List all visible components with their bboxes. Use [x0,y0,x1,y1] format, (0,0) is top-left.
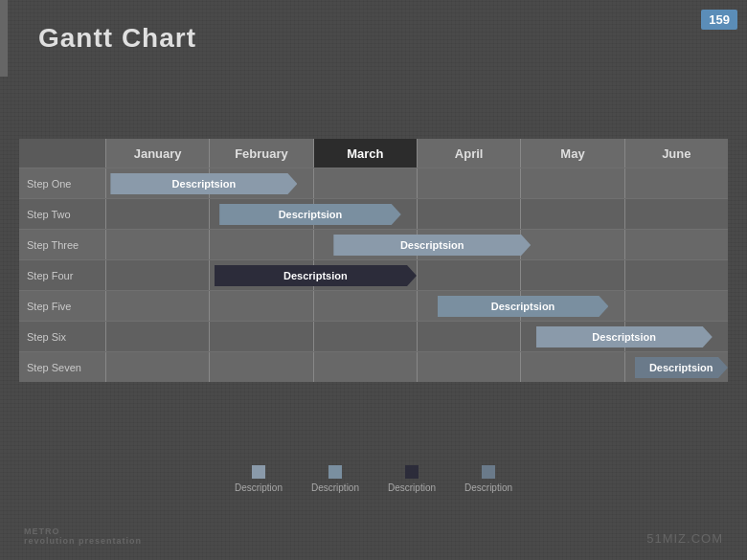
table-row: Step Three Descriptsion [19,229,728,259]
month-february: February [209,139,312,168]
cell [624,199,728,229]
legend-color-2 [328,465,342,479]
legend-label-4: Description [464,482,512,493]
legend-color-4 [482,465,495,479]
cell [417,352,520,382]
cell [105,291,209,321]
cell [417,260,520,290]
page-title: Gantt Chart [38,23,196,54]
header-row: January February March April May June [19,139,728,168]
header-label-spacer [19,139,105,168]
row-label-step2: Step Two [19,199,105,229]
cell [520,230,623,259]
row-label-step1: Step One [19,168,105,198]
cell [624,168,728,198]
legend-label-2: Description [311,482,359,493]
cell [105,322,209,351]
month-april: April [417,139,520,168]
legend-label-1: Description [235,482,283,493]
footer: METRO revolution presentation 51MIZ.COM [24,526,723,546]
cell [105,260,209,290]
row-cells-step2: Descriptsion [105,199,728,229]
cell [520,352,623,382]
row-label-step7: Step Seven [19,352,105,382]
legend: Description Description Description Desc… [0,465,747,493]
month-june: June [624,139,728,168]
table-row: Step Two Descriptsion [19,198,728,229]
cell [105,352,209,382]
gantt-chart: January February March April May June St… [19,139,728,382]
cell [313,352,417,382]
gantt-bar-step7: Descriptsion [635,357,729,378]
cell [520,199,623,229]
cell [209,352,312,382]
row-cells-step4: Descriptsion [105,260,728,290]
month-march: March [313,139,417,168]
table-row: Step Four Descriptsion [19,259,728,290]
cell [624,260,728,290]
table-row: Step Seven Descriptsion [19,351,728,382]
cell [209,322,312,351]
row-label-step5: Step Five [19,291,105,321]
cell [105,199,209,229]
row-cells-step1: Descriptsion [105,168,728,198]
cell [417,168,520,198]
cell [105,230,209,259]
brand-name: METRO revolution presentation [24,526,142,546]
cell [624,291,728,321]
gantt-bar-step2: Descriptsion [219,204,401,225]
month-may: May [520,139,623,168]
cell [417,199,520,229]
row-cells-step5: Descriptsion [105,291,728,321]
row-cells-step7: Descriptsion [105,352,728,382]
table-row: Step Six Descriptsion [19,321,728,351]
table-row: Step One Descriptsion [19,168,728,198]
cell [209,230,312,259]
title-bar: Gantt Chart [0,0,747,77]
legend-color-1 [252,465,265,479]
row-cells-step3: Descriptsion [105,230,728,259]
cell [313,168,417,198]
cell [313,291,417,321]
table-row: Step Five Descriptsion [19,290,728,321]
row-label-step3: Step Three [19,230,105,259]
gantt-bar-step4: Descriptsion [215,265,417,286]
legend-label-3: Description [388,482,436,493]
gantt-bar-step5: Descriptsion [438,296,609,317]
cell [520,260,623,290]
row-label-step4: Step Four [19,260,105,290]
legend-item-1: Description [235,465,283,493]
cell [313,322,417,351]
cell [209,291,312,321]
gantt-bar-step6: Descriptsion [536,326,713,347]
page-number: 159 [701,10,737,30]
brand: METRO revolution presentation [24,526,142,546]
legend-item-3: Description [388,465,436,493]
gantt-bar-step3: Descriptsion [333,235,531,256]
month-january: January [105,139,209,168]
legend-item-2: Description [311,465,359,493]
cell [624,230,728,259]
legend-item-4: Description [464,465,512,493]
row-label-step6: Step Six [19,322,105,351]
row-cells-step6: Descriptsion [105,322,728,351]
cell [417,322,520,351]
legend-color-3 [405,465,419,479]
watermark: 51MIZ.COM [646,531,723,546]
gantt-bar-step1: Descriptsion [110,173,297,194]
cell [520,168,623,198]
